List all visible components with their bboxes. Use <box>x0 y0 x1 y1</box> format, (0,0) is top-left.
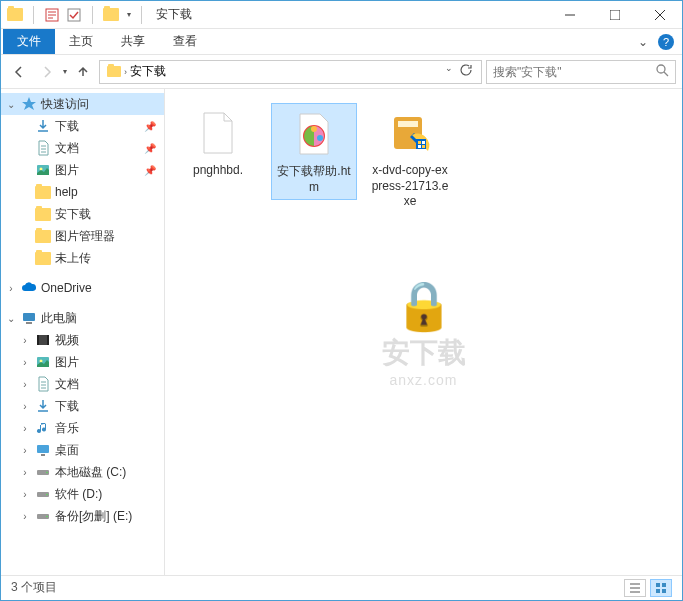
sidebar-item-quick[interactable]: 文档📌 <box>1 137 164 159</box>
search-box[interactable] <box>486 60 676 84</box>
svg-point-22 <box>311 126 317 132</box>
picture-icon <box>34 161 52 179</box>
svg-point-20 <box>46 516 48 518</box>
svg-rect-7 <box>26 322 32 324</box>
icons-view-button[interactable] <box>650 579 672 597</box>
svg-point-3 <box>657 65 665 73</box>
search-input[interactable] <box>493 65 655 79</box>
svg-rect-33 <box>656 589 660 593</box>
svg-rect-9 <box>37 335 39 345</box>
up-button[interactable] <box>71 60 95 84</box>
checkbox-icon[interactable] <box>66 7 82 23</box>
pin-icon: 📌 <box>144 121 156 132</box>
expand-icon[interactable]: › <box>5 283 17 294</box>
sidebar-item-pc[interactable]: ›本地磁盘 (C:) <box>1 461 164 483</box>
content-area: ⌄ 快速访问 下载📌文档📌图片📌help安下载图片管理器未上传 › OneDri… <box>1 89 682 575</box>
drive-icon <box>34 463 52 481</box>
folder-app-icon <box>7 7 23 23</box>
sidebar-this-pc[interactable]: ⌄ 此电脑 <box>1 307 164 329</box>
pc-icon <box>20 309 38 327</box>
expand-icon[interactable]: ⌄ <box>5 313 17 324</box>
item-count: 3 个项目 <box>11 579 57 596</box>
document-icon <box>34 375 52 393</box>
refresh-icon[interactable] <box>459 63 473 80</box>
address-root-icon[interactable] <box>104 66 124 77</box>
sidebar-onedrive[interactable]: › OneDrive <box>1 277 164 299</box>
folder-icon <box>103 7 119 23</box>
svg-rect-32 <box>662 583 666 587</box>
svg-point-16 <box>46 472 48 474</box>
svg-rect-27 <box>418 141 421 144</box>
qat-dropdown-icon[interactable]: ▾ <box>127 10 131 19</box>
statusbar: 3 个项目 <box>1 575 682 599</box>
star-icon <box>20 95 38 113</box>
address-bar[interactable]: › 安下载 ⌄ <box>99 60 482 84</box>
file-item[interactable]: 安下载帮助.htm <box>271 103 357 200</box>
details-view-button[interactable] <box>624 579 646 597</box>
desktop-icon <box>34 441 52 459</box>
svg-rect-30 <box>422 145 425 148</box>
sidebar-item-quick[interactable]: 图片📌 <box>1 159 164 181</box>
picture-icon <box>34 353 52 371</box>
svg-rect-14 <box>41 454 45 456</box>
sidebar-quick-access[interactable]: ⌄ 快速访问 <box>1 93 164 115</box>
sidebar-item-quick[interactable]: 未上传 <box>1 247 164 269</box>
download-icon <box>34 397 52 415</box>
svg-rect-2 <box>610 10 620 20</box>
svg-point-18 <box>46 494 48 496</box>
svg-rect-1 <box>68 9 80 21</box>
folder-icon <box>34 249 52 267</box>
address-dropdown-icon[interactable]: ⌄ <box>445 63 453 80</box>
file-type-icon <box>288 108 340 160</box>
sidebar-item-pc[interactable]: ›下载 <box>1 395 164 417</box>
watermark: 🔒 安下载 anxz.com <box>382 277 466 388</box>
sidebar-item-pc[interactable]: ›备份[勿删] (E:) <box>1 505 164 527</box>
sidebar-item-pc[interactable]: ›音乐 <box>1 417 164 439</box>
sidebar-item-quick[interactable]: help <box>1 181 164 203</box>
maximize-button[interactable] <box>592 1 637 29</box>
sidebar-item-quick[interactable]: 下载📌 <box>1 115 164 137</box>
file-view[interactable]: pnghhbd.安下载帮助.htmx-dvd-copy-express-2171… <box>165 89 682 575</box>
quick-access-toolbar: ▾ <box>1 6 152 24</box>
history-dropdown-icon[interactable]: ▾ <box>63 67 67 76</box>
download-icon <box>34 117 52 135</box>
tab-home[interactable]: 主页 <box>55 29 107 54</box>
back-button[interactable] <box>7 60 31 84</box>
sidebar-item-pc[interactable]: ›软件 (D:) <box>1 483 164 505</box>
tab-view[interactable]: 查看 <box>159 29 211 54</box>
sidebar-item-pc[interactable]: ›图片 <box>1 351 164 373</box>
folder-icon <box>34 183 52 201</box>
minimize-button[interactable] <box>547 1 592 29</box>
folder-icon <box>34 227 52 245</box>
ribbon-expand-icon[interactable]: ⌄ <box>638 35 648 49</box>
file-item[interactable]: x-dvd-copy-express-21713.exe <box>367 103 453 214</box>
file-label: pnghhbd. <box>193 163 243 179</box>
svg-rect-31 <box>656 583 660 587</box>
music-icon <box>34 419 52 437</box>
document-icon <box>34 139 52 157</box>
sidebar-item-pc[interactable]: ›文档 <box>1 373 164 395</box>
svg-rect-13 <box>37 445 49 453</box>
pin-icon: 📌 <box>144 165 156 176</box>
sidebar-item-pc[interactable]: ›桌面 <box>1 439 164 461</box>
expand-icon[interactable]: ⌄ <box>5 99 17 110</box>
address-segment[interactable]: 安下载 <box>127 63 169 80</box>
svg-rect-29 <box>418 145 421 148</box>
file-item[interactable]: pnghhbd. <box>175 103 261 183</box>
sidebar-item-quick[interactable]: 安下载 <box>1 203 164 225</box>
search-icon[interactable] <box>655 63 669 80</box>
forward-button[interactable] <box>35 60 59 84</box>
file-label: x-dvd-copy-express-21713.exe <box>369 163 451 210</box>
properties-icon[interactable] <box>44 7 60 23</box>
window-title: 安下载 <box>152 6 547 23</box>
drive-icon <box>34 485 52 503</box>
close-button[interactable] <box>637 1 682 29</box>
ribbon-tabs: 文件 主页 共享 查看 ⌄ ? <box>1 29 682 55</box>
tab-share[interactable]: 共享 <box>107 29 159 54</box>
sidebar-item-quick[interactable]: 图片管理器 <box>1 225 164 247</box>
sidebar-item-pc[interactable]: ›视频 <box>1 329 164 351</box>
tab-file[interactable]: 文件 <box>3 29 55 54</box>
video-icon <box>34 331 52 349</box>
help-icon[interactable]: ? <box>658 34 674 50</box>
svg-rect-25 <box>398 121 418 127</box>
